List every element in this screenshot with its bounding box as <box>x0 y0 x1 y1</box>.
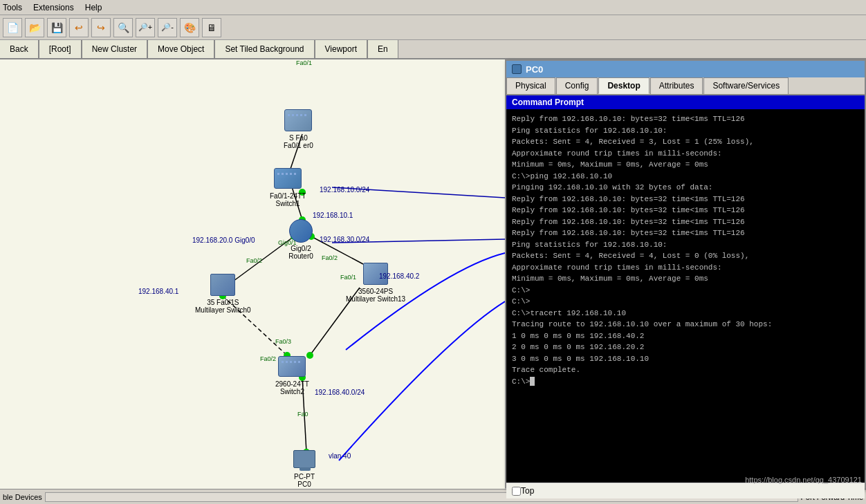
main-area: S Fa0 Fa0/1 er0 Fa0/1-24TT Switch1 Gig0/… <box>0 59 866 489</box>
top-checkbox[interactable] <box>512 487 521 496</box>
cmd-output[interactable]: Reply from 192.168.10.10: bytes=32 time<… <box>506 109 865 483</box>
find-button[interactable]: 🔍 <box>113 18 133 37</box>
open-button[interactable]: 📂 <box>25 18 44 37</box>
pc0-titlebar: PC0 <box>506 61 865 77</box>
ip-10-1: 192.168.10.1 <box>313 212 353 219</box>
ip-10-0-24: 192.168.10.0/24 <box>320 186 369 194</box>
color-button[interactable]: 🎨 <box>180 18 199 37</box>
device-switch2[interactable]: 2960-24TT Switch2 <box>275 353 309 395</box>
port-fa01-sw2: Fa0/1 <box>296 59 312 66</box>
ip-30-0-24: 192.168.30.0/24 <box>320 236 369 243</box>
toolbar: 📄 📂 💾 ↩ ↪ 🔍 🔎+ 🔎- 🎨 🖥 <box>0 15 866 40</box>
pc0-window: PC0 Physical Config Desktop Attributes S… <box>505 59 866 488</box>
ip-40-2: 192.168.40.2 <box>379 272 419 280</box>
connection-lines <box>0 59 505 489</box>
device-mlswitch0[interactable]: 35 Fa0/1S Multilayer Switch0 <box>195 271 251 314</box>
redo-button[interactable]: ↪ <box>91 18 111 37</box>
ip-40-1: 192.168.40.1 <box>138 288 178 295</box>
set-tiled-bg-button[interactable]: Set Tiled Background <box>214 40 314 58</box>
bottom-label-1: ble Devices <box>3 493 42 501</box>
port-fa03: Fa0/3 <box>275 338 291 345</box>
watermark: https://blog.csdn.net/qq_43709121 <box>745 476 862 484</box>
root-label: [Root] <box>39 40 82 58</box>
zoom-out-button[interactable]: 🔎- <box>158 18 177 37</box>
tab-config[interactable]: Config <box>556 77 598 94</box>
device-mlswitch13[interactable]: 3560-24PS Multilayer Switch13 <box>346 260 405 303</box>
save-button[interactable]: 💾 <box>47 18 66 37</box>
viewport-button[interactable]: Viewport <box>315 40 367 58</box>
device-fa0pt[interactable]: S Fa0 Fa0/1 er0 <box>284 106 313 149</box>
ip-20-0: 192.168.20.0 Gig0/0 <box>192 236 255 244</box>
ip-40-0-24: 192.168.40.0/24 <box>315 389 365 396</box>
zoom-in-button[interactable]: 🔎+ <box>136 18 155 37</box>
port-fa01-r: Fa0/1 <box>340 274 356 281</box>
new-button[interactable]: 📄 <box>3 18 22 37</box>
undo-button[interactable]: ↩ <box>69 18 89 37</box>
device-router0[interactable]: Gig0/2 Router0 <box>287 217 315 260</box>
menu-help[interactable]: Help <box>85 3 102 12</box>
device-switch1[interactable]: Fa0/1-24TT Switch1 <box>270 165 306 207</box>
port-gig01: Gig0/1 <box>278 239 297 246</box>
tab-physical[interactable]: Physical <box>506 77 555 94</box>
device-pc0[interactable]: PC-PT PC0 <box>291 445 318 488</box>
action-bar: Back [Root] New Cluster Move Object Set … <box>0 40 866 59</box>
tab-software[interactable]: Software/Services <box>703 77 789 94</box>
port-fa02-left: Fa0/2 <box>246 257 262 264</box>
tab-attributes[interactable]: Attributes <box>650 77 703 94</box>
top-checkbox-label: Top <box>521 486 534 496</box>
device-button[interactable]: 🖥 <box>202 18 221 37</box>
network-canvas[interactable]: S Fa0 Fa0/1 er0 Fa0/1-24TT Switch1 Gig0/… <box>0 59 505 489</box>
cmd-prompt-header[interactable]: Command Prompt <box>506 95 865 109</box>
back-button[interactable]: Back <box>0 40 39 58</box>
pc0-bottom: Top <box>506 483 865 498</box>
pc0-icon <box>512 64 522 74</box>
vlan40: vlan 40 <box>329 452 351 460</box>
pc0-title: PC0 <box>526 64 543 75</box>
menu-bar: Tools Extensions Help <box>0 0 866 15</box>
port-fa02-right: Fa0/2 <box>322 254 338 261</box>
new-cluster-button[interactable]: New Cluster <box>82 40 147 58</box>
end-button[interactable]: En <box>367 40 398 58</box>
port-fa0: Fa0 <box>297 411 308 418</box>
menu-extensions[interactable]: Extensions <box>33 3 74 12</box>
tab-desktop[interactable]: Desktop <box>598 77 649 94</box>
move-object-button[interactable]: Move Object <box>147 40 214 58</box>
port-fa02-sw2: Fa0/2 <box>260 355 276 362</box>
menu-tools[interactable]: Tools <box>3 3 22 12</box>
pc0-tabs: Physical Config Desktop Attributes Softw… <box>506 77 865 95</box>
